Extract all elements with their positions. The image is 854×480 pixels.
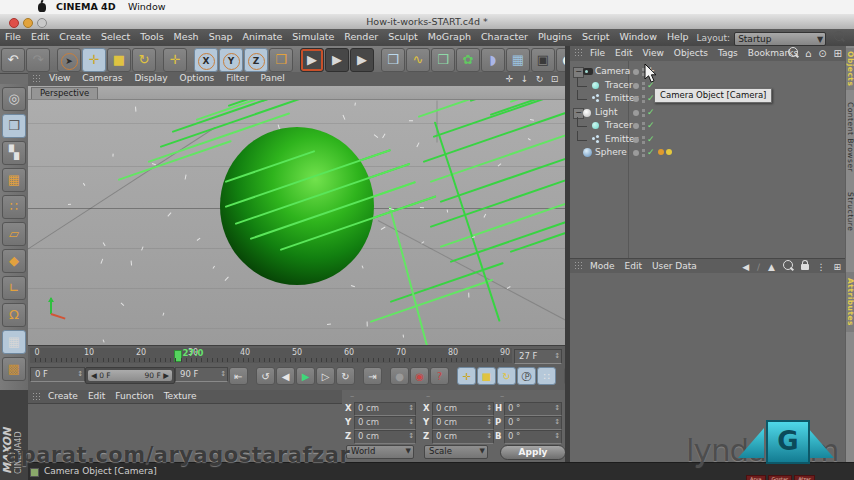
snap-magnet-button[interactable]: Ω xyxy=(2,303,26,327)
enabled-check-icon[interactable]: ✓ xyxy=(647,146,655,159)
command-search-icon[interactable] xyxy=(834,31,844,41)
menu-item-mode[interactable]: Mode xyxy=(585,259,620,273)
add-deformer-button[interactable]: ◗ xyxy=(481,48,505,72)
texture-mode-button[interactable]: ▚ xyxy=(2,141,26,165)
visibility-dots-icon[interactable] xyxy=(642,109,645,117)
parent-object-icon[interactable]: ▲ xyxy=(768,262,775,272)
play-backwards-button[interactable]: ↺ xyxy=(256,367,275,385)
previous-frame-button[interactable]: ◀ xyxy=(276,367,295,385)
preview-range-slider[interactable]: ◀ 0 F 90 F ▶ xyxy=(85,367,175,384)
pan-view-button[interactable]: ✛ xyxy=(503,73,516,85)
y-axis-lock-button[interactable]: Y xyxy=(219,48,243,72)
live-selection-button[interactable]: ➤ xyxy=(57,48,81,72)
add-primitive-cube-button[interactable]: ❒ xyxy=(381,48,405,72)
object-row-light-3[interactable]: −Light✓ xyxy=(570,106,845,119)
current-frame-field[interactable]: 27 F↕ xyxy=(514,349,562,364)
menu-item-mograph[interactable]: MoGraph xyxy=(423,29,476,45)
menu-item-tools[interactable]: Tools xyxy=(135,29,168,45)
coord-field-col3-p[interactable]: 0 °↕ xyxy=(504,416,562,430)
key-pla-button[interactable]: ∷ xyxy=(537,367,556,385)
coord-field-col3-b[interactable]: 0 °↕ xyxy=(504,430,562,444)
layer-dot[interactable] xyxy=(633,69,639,75)
menu-item-edit[interactable]: Edit xyxy=(83,390,110,402)
menu-item-snap[interactable]: Snap xyxy=(204,29,238,45)
object-row-tracer-4[interactable]: Tracer✓ xyxy=(570,119,845,132)
viewport-scene[interactable] xyxy=(28,100,565,345)
dolly-view-button[interactable]: ↓ xyxy=(518,73,531,85)
rotate-view-button[interactable]: ↻ xyxy=(533,73,546,85)
menu-item-function[interactable]: Function xyxy=(110,390,158,402)
goto-start-button[interactable]: ⇤ xyxy=(229,367,248,385)
menu-item-panel[interactable]: Panel xyxy=(255,72,291,85)
window-titlebar[interactable]: How-it-works-START.c4d * xyxy=(0,14,854,30)
key-position-button[interactable]: ✛ xyxy=(457,367,476,385)
position-space-dropdown[interactable]: World▼ xyxy=(346,445,414,459)
coord-field-col2-x[interactable]: 0 cm↕ xyxy=(432,402,494,416)
menu-item-file[interactable]: File xyxy=(585,46,610,60)
visibility-dots-icon[interactable] xyxy=(642,136,645,144)
add-generator-button[interactable]: ❒ xyxy=(431,48,455,72)
menu-item-cameras[interactable]: Cameras xyxy=(76,72,128,85)
mograph-object-button[interactable]: ✿ xyxy=(456,48,480,72)
menu-item-edit[interactable]: Edit xyxy=(26,29,54,45)
visibility-dots-icon[interactable] xyxy=(642,149,645,157)
coord-field-col3-h[interactable]: 0 °↕ xyxy=(504,402,562,416)
coord-field-col1-z[interactable]: 0 cm↕ xyxy=(354,430,416,444)
menu-item-display[interactable]: Display xyxy=(128,72,173,85)
layer-dot[interactable] xyxy=(633,83,639,89)
home-icon[interactable]: ⌂ xyxy=(805,48,811,59)
coord-field-col1-y[interactable]: 0 cm↕ xyxy=(354,416,416,430)
play-forwards-button[interactable]: ▶ xyxy=(296,367,315,385)
redo-button[interactable]: ↷ xyxy=(26,48,50,72)
next-frame-button[interactable]: ▷ xyxy=(316,367,335,385)
coord-field-col2-z[interactable]: 0 cm↕ xyxy=(432,430,494,444)
visibility-dots-icon[interactable] xyxy=(642,122,645,130)
timeline-ruler[interactable]: 010203040506070809027:0 xyxy=(30,348,512,363)
menu-item-view[interactable]: View xyxy=(638,46,669,60)
menu-item-user-data[interactable]: User Data xyxy=(647,259,702,273)
model-mode-button[interactable]: ❒ xyxy=(2,114,26,138)
stepper-icon[interactable]: ↕ xyxy=(554,403,560,414)
menu-item-objects[interactable]: Objects xyxy=(669,46,713,60)
search-icon[interactable] xyxy=(783,260,793,270)
stepper-icon[interactable]: ↕ xyxy=(220,368,226,380)
stepper-icon[interactable]: ↕ xyxy=(408,417,414,428)
search-icon[interactable] xyxy=(788,47,798,57)
panel-tab-objects[interactable]: Objects xyxy=(846,48,854,90)
workplane-mode-button[interactable]: ▦ xyxy=(2,168,26,192)
menu-item-options[interactable]: Options xyxy=(174,72,221,85)
menu-item-edit[interactable]: Edit xyxy=(620,259,647,273)
history-forward-icon[interactable]: ∕ xyxy=(757,262,760,272)
menu-item-create[interactable]: Create xyxy=(54,29,96,45)
start-frame-field[interactable]: 0 F↕ xyxy=(30,367,85,382)
loop-playback-button[interactable]: ↻ xyxy=(336,367,355,385)
menu-item-create[interactable]: Create xyxy=(43,390,83,402)
panel-tab-attributes[interactable]: Attributes xyxy=(846,272,854,332)
panel-grip[interactable] xyxy=(32,74,40,83)
menu-item-simulate[interactable]: Simulate xyxy=(287,29,339,45)
app-menu-name[interactable]: CINEMA 4D xyxy=(56,0,116,14)
stepper-icon[interactable]: ↕ xyxy=(486,403,492,414)
toggle-view-button[interactable]: ⊡ xyxy=(548,73,561,85)
visibility-dots-icon[interactable] xyxy=(642,95,645,103)
apple-menu-icon[interactable] xyxy=(38,3,46,12)
render-view-button[interactable]: ▶ xyxy=(300,48,324,72)
panel-grip[interactable] xyxy=(574,48,582,57)
menu-item-tags[interactable]: Tags xyxy=(713,46,743,60)
points-mode-button[interactable]: ∷ xyxy=(2,195,26,219)
menu-item-sculpt[interactable]: Sculpt xyxy=(383,29,423,45)
stepper-icon[interactable]: ↕ xyxy=(77,368,83,380)
scale-button[interactable]: ■ xyxy=(107,48,131,72)
lock-icon[interactable] xyxy=(801,264,809,270)
menu-item-window[interactable]: Window xyxy=(614,29,661,45)
layer-dot[interactable] xyxy=(633,110,639,116)
panel-grip[interactable] xyxy=(574,261,582,270)
rotate-button[interactable]: ↻ xyxy=(132,48,156,72)
layer-dot[interactable] xyxy=(633,96,639,102)
menu-item-plugins[interactable]: Plugins xyxy=(533,29,577,45)
key-scale-button[interactable]: ■ xyxy=(477,367,496,385)
playhead[interactable] xyxy=(174,350,182,362)
object-row-sphere-6[interactable]: Sphere✓ xyxy=(570,146,845,159)
object-tag-icon[interactable] xyxy=(658,149,664,155)
goto-end-button[interactable]: ⇥ xyxy=(363,367,382,385)
